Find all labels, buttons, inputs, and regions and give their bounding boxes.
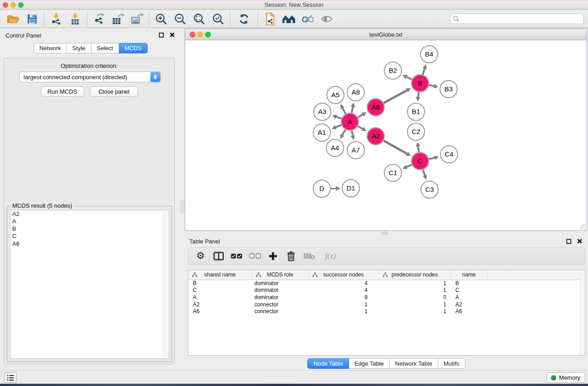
- graph-node-A2[interactable]: A2: [367, 128, 384, 145]
- table-row[interactable]: Adominator80A: [188, 294, 585, 301]
- table-cell[interactable]: A: [451, 294, 487, 301]
- graph-edge-C-C2[interactable]: [418, 147, 419, 152]
- zoom-out-button[interactable]: [171, 11, 190, 27]
- float-table-panel-icon[interactable]: [566, 239, 571, 244]
- refresh-layout-button[interactable]: [233, 11, 255, 27]
- zoom-in-button[interactable]: [152, 11, 171, 27]
- graph-edge-C-C4[interactable]: [429, 158, 434, 159]
- graph-edge-A-A3[interactable]: [336, 117, 341, 119]
- table-cell[interactable]: A6: [451, 308, 487, 315]
- table-cell[interactable]: 8: [308, 294, 378, 301]
- table-row[interactable]: Bdominator41B: [188, 280, 585, 287]
- tab-network-table[interactable]: Network Table: [390, 358, 438, 369]
- table-cell[interactable]: 4: [308, 287, 378, 294]
- optimization-criterion-dropdown[interactable]: largest connected component (directed): [19, 71, 161, 82]
- export-table-button[interactable]: [109, 11, 128, 27]
- graph-node-B1[interactable]: B1: [407, 103, 425, 120]
- close-panel-button[interactable]: Close panel: [90, 86, 138, 97]
- graph-edge-A-A4[interactable]: [342, 129, 345, 135]
- table-row[interactable]: A6connector11A6: [188, 308, 585, 315]
- memory-button[interactable]: Memory: [547, 372, 585, 383]
- table-cell[interactable]: 1: [378, 308, 451, 315]
- table-cell[interactable]: B: [188, 280, 252, 287]
- column-header-predecessor-nodes[interactable]: predecessor nodes: [378, 270, 451, 280]
- tab-style[interactable]: Style: [67, 43, 91, 53]
- graph-node-A1[interactable]: A1: [313, 124, 330, 141]
- graph-edge-A-A7[interactable]: [352, 131, 353, 136]
- tab-node-table[interactable]: Node Table: [307, 358, 349, 369]
- table-cell[interactable]: A2: [188, 301, 252, 308]
- network-overview-button[interactable]: [260, 11, 279, 27]
- graph-node-A5[interactable]: A5: [327, 86, 344, 104]
- close-table-panel-icon[interactable]: [576, 238, 583, 244]
- network-canvas[interactable]: AA1A2A3A4A5A6A7A8BB1B2B3B4CC1C2C3C4DD1: [185, 40, 587, 230]
- save-session-button[interactable]: [23, 11, 42, 27]
- table-cell[interactable]: C: [188, 287, 252, 294]
- dropdown-stepper-icon[interactable]: [150, 72, 160, 82]
- graph-edge-B-B4[interactable]: [423, 68, 425, 74]
- table-scrollbar[interactable]: [580, 270, 585, 355]
- graph-node-A4[interactable]: A4: [326, 139, 344, 157]
- close-panel-icon[interactable]: [169, 32, 175, 38]
- table-settings-button[interactable]: ⚙: [195, 250, 206, 262]
- column-visibility-button[interactable]: [213, 250, 225, 262]
- tab-select[interactable]: Select: [91, 43, 119, 53]
- graph-node-D1[interactable]: D1: [342, 180, 359, 197]
- open-session-button[interactable]: [4, 11, 23, 27]
- table-cell[interactable]: connector: [252, 308, 308, 315]
- graph-node-C1[interactable]: C1: [384, 164, 402, 181]
- vertical-divider-handle[interactable]: [181, 200, 184, 213]
- graph-edge-A-A8[interactable]: [352, 107, 353, 113]
- export-network-button[interactable]: [90, 11, 109, 27]
- mcds-result-item[interactable]: A6: [10, 240, 169, 248]
- column-header-successor-nodes[interactable]: successor nodes: [308, 270, 378, 280]
- mcds-result-item[interactable]: B: [10, 225, 169, 233]
- graph-node-D[interactable]: D: [313, 180, 330, 197]
- graph-node-A7[interactable]: A7: [347, 142, 364, 159]
- graph-node-B[interactable]: B: [411, 75, 429, 92]
- table-cell[interactable]: connector: [252, 301, 308, 308]
- mcds-result-item[interactable]: A: [10, 218, 169, 225]
- table-cell[interactable]: 1: [308, 301, 378, 308]
- table-cell[interactable]: 1: [378, 280, 451, 287]
- window-resize-grip[interactable]: [580, 224, 586, 230]
- graph-node-B4[interactable]: B4: [421, 46, 438, 63]
- graph-edge-A6-B[interactable]: [384, 91, 407, 103]
- table-cell[interactable]: dominator: [252, 294, 308, 301]
- table-cell[interactable]: 0: [378, 294, 451, 301]
- graph-node-C[interactable]: C: [411, 152, 429, 170]
- tab-edge-table[interactable]: Edge Table: [349, 358, 390, 369]
- graph-edge-A-A6[interactable]: [358, 114, 363, 117]
- graph-edge-B-B3[interactable]: [429, 85, 434, 86]
- graph-node-C3[interactable]: C3: [421, 181, 438, 198]
- graph-edge-C-C1[interactable]: [406, 165, 411, 167]
- zoom-fit-button[interactable]: [190, 11, 209, 27]
- graph-node-A[interactable]: A: [341, 113, 359, 130]
- tab-mcds[interactable]: MCDS: [119, 43, 148, 53]
- tab-motifs[interactable]: Motifs: [438, 358, 465, 369]
- table-cell[interactable]: B: [451, 280, 487, 287]
- column-header-shared-name[interactable]: shared name: [188, 270, 252, 280]
- graph-edge-A-A5[interactable]: [343, 108, 346, 114]
- graph-edge-B-B2[interactable]: [406, 77, 412, 80]
- table-row[interactable]: Cdominator41C: [188, 287, 585, 294]
- graph-node-C4[interactable]: C4: [440, 146, 458, 163]
- table-row[interactable]: A2connector11A2: [188, 301, 585, 308]
- graph-node-A6[interactable]: A6: [367, 99, 384, 116]
- graph-edge-C-C3[interactable]: [423, 170, 425, 176]
- horizontal-divider-handle[interactable]: [382, 232, 387, 235]
- add-column-button[interactable]: [267, 250, 279, 262]
- show-hide-eye-button[interactable]: [317, 11, 336, 27]
- float-panel-icon[interactable]: [159, 33, 164, 38]
- deselect-all-button[interactable]: [249, 250, 261, 262]
- hide-panel-button[interactable]: [298, 11, 317, 27]
- table-cell[interactable]: dominator: [252, 280, 308, 287]
- mcds-result-item[interactable]: C: [10, 233, 169, 240]
- graph-edge-B-B1[interactable]: [418, 92, 419, 97]
- zoom-selected-button[interactable]: [209, 11, 228, 27]
- result-list-scrollbar[interactable]: [163, 210, 169, 358]
- table-cell[interactable]: A: [188, 294, 252, 301]
- table-cell[interactable]: 1: [378, 301, 451, 308]
- graph-edge-A-A2[interactable]: [358, 126, 363, 129]
- graph-node-A3[interactable]: A3: [314, 103, 331, 120]
